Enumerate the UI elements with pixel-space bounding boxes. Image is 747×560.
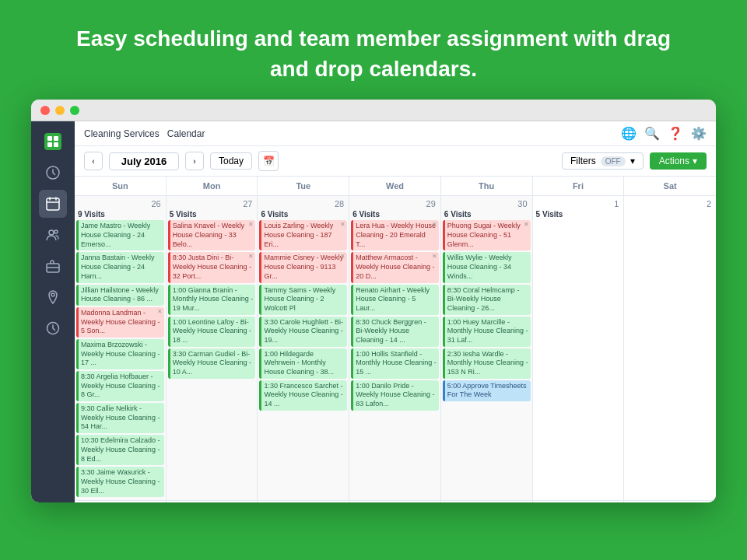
sidebar xyxy=(31,121,75,502)
event[interactable]: Janna Bastain - Weekly House Cleaning - … xyxy=(76,252,164,282)
close-dot[interactable] xyxy=(40,106,50,115)
day-cell-6: 6 2 Visits 8:30 Boris Latif - Bi-Weekly … xyxy=(349,501,441,502)
today-button[interactable]: Today xyxy=(210,152,252,170)
day-headers: Sun Mon Tue Wed Thu Fri Sat xyxy=(75,177,716,196)
event[interactable]: 1:00 Hildegarde Wehrwein - Monthly House… xyxy=(259,348,347,379)
event[interactable]: Salina Knavel - Weekly House Cleaning - … xyxy=(168,220,256,250)
day-number: 28 xyxy=(259,198,347,210)
day-header-sat: Sat xyxy=(624,177,716,195)
filters-button[interactable]: Filters OFF ▾ xyxy=(562,152,644,170)
event[interactable]: Lera Hua - Weekly House Cleaning - 20 Em… xyxy=(351,220,439,250)
event[interactable]: Matthew Armacost - Weekly House Cleaning… xyxy=(351,252,439,282)
event[interactable]: Willis Wylie - Weekly House Cleaning - 3… xyxy=(443,252,531,282)
breadcrumb: Cleaning Services Calendar xyxy=(84,128,205,139)
event[interactable]: 1:30 Francesco Sarchet - Weekly House Cl… xyxy=(259,380,347,411)
day-cell-27: 27 5 Visits Salina Knavel - Weekly House… xyxy=(167,196,258,500)
day-cell-2: 2 xyxy=(624,196,716,500)
day-header-fri: Fri xyxy=(533,177,625,195)
day-cell-7: 7 2 Visits 8:30 Belen Nelton - Bi-Weekly… xyxy=(441,501,533,502)
minimize-dot[interactable] xyxy=(55,106,65,115)
visit-count: 9 Visits xyxy=(76,210,164,219)
day-cell-28: 28 6 Visits Louis Zarling - Weekly House… xyxy=(258,196,349,500)
event[interactable]: 5:00 Approve Timesheets For The Week xyxy=(443,380,531,401)
event[interactable]: 3:30 Carman Gudiel - Bi-Weekly House Cle… xyxy=(168,348,256,379)
day-cell-5: 5 2 Visits 8:30 Agustin Lakatos - Bi-Wee… xyxy=(258,501,349,502)
event[interactable]: Madonna Landman - Weekly House Cleaning … xyxy=(76,307,164,338)
event[interactable]: Phuong Sugai - Weekly House Cleaning - 5… xyxy=(443,220,531,250)
week-row-2: 3 20 Visits Jame Mastro - Weekly House C… xyxy=(75,501,716,502)
svg-rect-3 xyxy=(47,142,52,147)
day-header-thu: Thu xyxy=(441,177,533,195)
event[interactable]: Jame Mastro - Weekly House Cleaning - 24… xyxy=(76,220,164,250)
event[interactable]: Mammie Cisney - Weekly House Cleaning - … xyxy=(259,252,347,282)
actions-label: Actions xyxy=(659,156,689,166)
event[interactable]: 8:30 Coral Helmcamp - Bi-Weekly House Cl… xyxy=(443,285,531,315)
event[interactable]: 1:00 Huey Marcille - Monthly House Clean… xyxy=(443,317,531,347)
filters-toggle[interactable]: OFF xyxy=(601,156,626,166)
filters-label: Filters xyxy=(570,156,596,166)
sidebar-icon-location[interactable] xyxy=(39,283,67,311)
event[interactable]: Tammy Sams - Weekly House Cleaning - 2 W… xyxy=(259,285,347,315)
day-header-tue: Tue xyxy=(258,177,349,195)
search-icon[interactable]: 🔍 xyxy=(644,126,660,141)
day-header-wed: Wed xyxy=(349,177,441,195)
event[interactable]: 3:30 Jaime Wasurick - Weekly House Clean… xyxy=(76,467,164,497)
sidebar-icon-calendar[interactable] xyxy=(39,190,67,218)
day-number: 30 xyxy=(443,198,531,210)
event[interactable]: 1:00 Hollis Stanfield - Monthly House Cl… xyxy=(351,348,439,379)
top-bar: Cleaning Services Calendar 🌐 🔍 ❓ ⚙️ xyxy=(75,121,716,146)
event[interactable]: Louis Zarling - Weekly House Cleaning - … xyxy=(259,220,347,250)
day-cell-9: 9 xyxy=(624,501,716,502)
app-window: Cleaning Services Calendar 🌐 🔍 ❓ ⚙️ ‹ Ju… xyxy=(31,100,716,502)
svg-point-10 xyxy=(51,293,54,296)
event[interactable]: 8:30 Argelia Hofbauer - Weekly House Cle… xyxy=(76,371,164,401)
day-cell-4: 4 2 Visits 8:30 Adelle Nitcher - Bi-Week… xyxy=(167,501,258,502)
day-number: 27 xyxy=(168,198,256,210)
event[interactable]: Maxima Brzozowski - Weekly House Cleanin… xyxy=(76,339,164,369)
filters-chevron-icon: ▾ xyxy=(630,156,635,166)
calendar-view-button[interactable]: 📅 xyxy=(258,151,279,171)
event[interactable]: 3:30 Carole Hughlett - Bi-Weekly House C… xyxy=(259,317,347,347)
visit-count: 6 Visits xyxy=(351,210,439,219)
visit-count: 5 Visits xyxy=(535,210,622,219)
next-month-button[interactable]: › xyxy=(185,152,204,170)
event[interactable]: 9:30 Callie Nelkirk - Weekly House Clean… xyxy=(76,403,164,433)
sidebar-icon-people[interactable] xyxy=(39,221,67,249)
maximize-dot[interactable] xyxy=(70,106,79,115)
hero-title: Easy scheduling and team member assignme… xyxy=(62,23,685,84)
breadcrumb-current: Calendar xyxy=(167,128,205,139)
event[interactable]: Jillian Hailstone - Weekly House Cleanin… xyxy=(76,285,164,306)
calendar-header: ‹ July 2016 › Today 📅 Filters OFF ▾ Acti… xyxy=(75,146,716,177)
event[interactable]: 8:30 Chuck Berggren - Bi-Weekly House Cl… xyxy=(351,317,439,347)
day-cell-3: 3 20 Visits Jame Mastro - Weekly House C… xyxy=(75,501,167,502)
svg-point-8 xyxy=(54,230,58,233)
day-cell-30: 30 6 Visits Phuong Sugai - Weekly House … xyxy=(441,196,533,500)
app-shell: Cleaning Services Calendar 🌐 🔍 ❓ ⚙️ ‹ Ju… xyxy=(31,121,716,502)
svg-rect-2 xyxy=(54,136,58,141)
sidebar-icon-briefcase[interactable] xyxy=(39,252,67,280)
event[interactable]: 8:30 Justa Dini - Bi-Weekly House Cleani… xyxy=(168,252,256,282)
svg-rect-0 xyxy=(44,133,61,150)
event[interactable]: 1:00 Gianna Branin - Monthly House Clean… xyxy=(168,285,256,315)
sidebar-icon-clock[interactable] xyxy=(39,314,67,342)
visit-count: 6 Visits xyxy=(259,210,347,219)
topbar-icons: 🌐 🔍 ❓ ⚙️ xyxy=(621,126,707,141)
event[interactable]: 1:00 Danilo Pride - Weekly House Cleanin… xyxy=(351,380,439,411)
sidebar-icon-logo[interactable] xyxy=(39,128,67,156)
event[interactable]: 2:30 Iesha Wardle - Monthly House Cleani… xyxy=(443,348,531,379)
event[interactable]: Renato Airhart - Weekly House Cleaning -… xyxy=(351,285,439,315)
actions-button[interactable]: Actions ▾ xyxy=(650,152,707,170)
day-header-mon: Mon xyxy=(167,177,258,195)
event[interactable]: 1:00 Leontine Lafoy - Bi-Weekly House Cl… xyxy=(168,317,256,347)
week-row-1: 26 9 Visits Jame Mastro - Weekly House C… xyxy=(75,196,716,501)
prev-month-button[interactable]: ‹ xyxy=(84,152,103,170)
event[interactable]: 10:30 Edelmira Calzado - Weekly House Cl… xyxy=(76,435,164,465)
sidebar-icon-dashboard[interactable] xyxy=(39,159,67,187)
svg-rect-6 xyxy=(47,198,59,210)
settings-icon[interactable]: ⚙️ xyxy=(691,126,707,141)
svg-point-7 xyxy=(49,230,54,235)
day-cell-8: 8 2 Visits xyxy=(533,501,625,502)
help-icon[interactable]: ❓ xyxy=(668,126,683,141)
globe-icon[interactable]: 🌐 xyxy=(621,126,637,141)
calendar-grid: Sun Mon Tue Wed Thu Fri Sat 26 9 Visits … xyxy=(75,177,716,502)
